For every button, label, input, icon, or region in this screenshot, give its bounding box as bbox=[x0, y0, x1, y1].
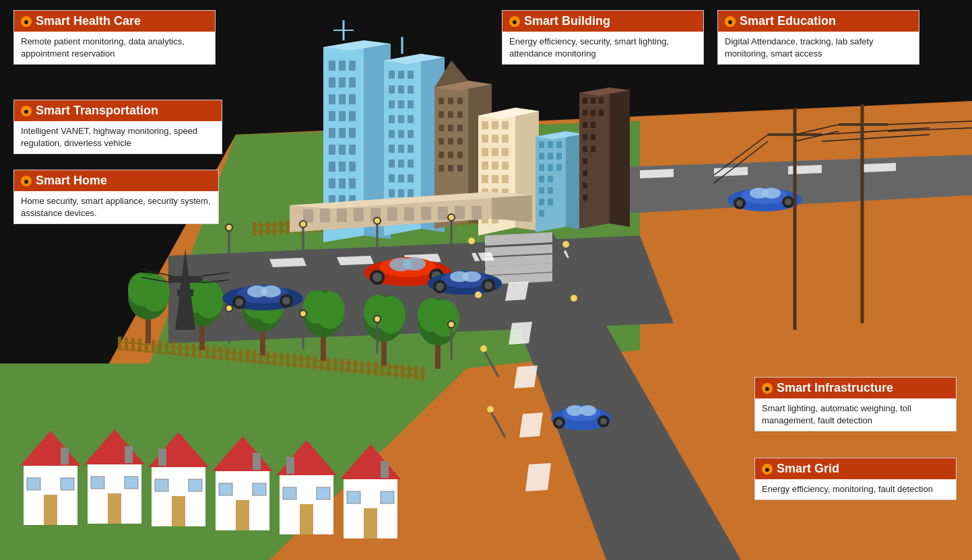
svg-rect-230 bbox=[492, 135, 498, 143]
card-infrastructure-title: Smart Infrastructure bbox=[755, 378, 956, 398]
svg-rect-105 bbox=[401, 365, 404, 378]
svg-rect-410 bbox=[219, 483, 232, 495]
svg-rect-227 bbox=[492, 121, 498, 129]
svg-rect-196 bbox=[408, 174, 414, 182]
svg-rect-263 bbox=[539, 187, 544, 194]
svg-rect-198 bbox=[398, 189, 404, 197]
svg-rect-97 bbox=[347, 359, 350, 373]
svg-rect-403 bbox=[172, 496, 185, 526]
svg-rect-96 bbox=[340, 359, 344, 372]
svg-rect-149 bbox=[349, 111, 356, 121]
svg-point-338 bbox=[556, 419, 562, 426]
svg-point-336 bbox=[580, 405, 596, 416]
svg-rect-416 bbox=[283, 487, 296, 499]
svg-rect-27 bbox=[259, 222, 263, 236]
svg-rect-298 bbox=[438, 207, 448, 220]
svg-rect-99 bbox=[360, 361, 364, 374]
svg-marker-15 bbox=[525, 463, 551, 491]
svg-rect-256 bbox=[548, 153, 553, 160]
svg-rect-158 bbox=[349, 162, 356, 172]
svg-rect-179 bbox=[389, 100, 395, 108]
smart-infrastructure-card: Smart Infrastructure Smart lighting, aut… bbox=[754, 377, 957, 431]
svg-rect-272 bbox=[591, 98, 595, 104]
svg-rect-161 bbox=[349, 178, 356, 188]
svg-rect-398 bbox=[91, 477, 104, 489]
svg-rect-280 bbox=[591, 134, 595, 140]
svg-point-368 bbox=[571, 295, 577, 302]
svg-rect-215 bbox=[448, 138, 453, 145]
svg-rect-266 bbox=[548, 199, 553, 205]
svg-rect-150 bbox=[329, 128, 335, 138]
svg-rect-180 bbox=[398, 100, 404, 108]
svg-rect-300 bbox=[472, 206, 482, 219]
svg-marker-13 bbox=[514, 365, 538, 388]
svg-rect-95 bbox=[333, 358, 337, 372]
svg-rect-191 bbox=[389, 160, 395, 168]
svg-rect-28 bbox=[266, 221, 269, 235]
svg-marker-14 bbox=[519, 413, 543, 438]
svg-rect-235 bbox=[482, 162, 488, 170]
svg-rect-139 bbox=[339, 61, 346, 71]
svg-point-360 bbox=[475, 291, 482, 298]
svg-rect-237 bbox=[502, 162, 509, 170]
svg-rect-214 bbox=[439, 138, 444, 145]
svg-rect-279 bbox=[583, 134, 587, 140]
svg-rect-264 bbox=[548, 187, 553, 194]
svg-point-304 bbox=[261, 285, 281, 298]
smart-health-care-card: Smart Health Care Remote patient monitor… bbox=[13, 10, 216, 65]
svg-rect-151 bbox=[339, 128, 346, 138]
svg-point-362 bbox=[480, 345, 487, 352]
svg-rect-284 bbox=[583, 170, 587, 176]
svg-rect-412 bbox=[253, 453, 261, 470]
svg-rect-210 bbox=[457, 111, 463, 118]
svg-rect-391 bbox=[44, 495, 57, 525]
svg-point-320 bbox=[462, 271, 481, 282]
svg-rect-174 bbox=[398, 71, 404, 79]
svg-rect-211 bbox=[439, 125, 444, 131]
svg-point-306 bbox=[235, 298, 243, 306]
smart-transport-card: Smart Transportation Intelligent VANET, … bbox=[13, 100, 222, 154]
svg-rect-231 bbox=[502, 135, 509, 143]
svg-rect-415 bbox=[300, 504, 313, 534]
svg-rect-409 bbox=[236, 500, 249, 530]
svg-rect-103 bbox=[387, 363, 391, 377]
svg-marker-5 bbox=[269, 258, 306, 267]
smart-education-card: Smart Education Digital Attendance, trac… bbox=[717, 10, 919, 65]
svg-rect-106 bbox=[408, 365, 411, 379]
svg-rect-285 bbox=[583, 182, 587, 188]
svg-rect-265 bbox=[539, 199, 544, 205]
card-transport-body: Intelligent VANET, highway monitoring, s… bbox=[14, 121, 222, 153]
svg-rect-282 bbox=[591, 146, 595, 152]
svg-rect-411 bbox=[253, 483, 266, 495]
svg-rect-297 bbox=[421, 207, 431, 220]
svg-rect-156 bbox=[329, 162, 335, 172]
svg-point-324 bbox=[484, 281, 492, 289]
svg-rect-260 bbox=[556, 164, 562, 171]
svg-rect-194 bbox=[389, 174, 395, 182]
svg-marker-25 bbox=[862, 163, 896, 172]
svg-rect-392 bbox=[27, 478, 40, 490]
svg-rect-404 bbox=[155, 479, 168, 491]
svg-rect-219 bbox=[457, 151, 463, 158]
svg-rect-192 bbox=[398, 160, 404, 168]
svg-marker-370 bbox=[179, 303, 192, 310]
svg-rect-239 bbox=[492, 175, 498, 183]
svg-rect-400 bbox=[125, 446, 133, 463]
svg-point-364 bbox=[487, 406, 494, 413]
svg-rect-228 bbox=[502, 121, 509, 129]
svg-rect-424 bbox=[381, 461, 389, 478]
svg-rect-176 bbox=[389, 85, 395, 94]
svg-rect-397 bbox=[108, 493, 121, 524]
card-home-title: Smart Home bbox=[14, 170, 218, 191]
svg-marker-6 bbox=[337, 256, 374, 265]
svg-rect-208 bbox=[439, 111, 444, 118]
card-building-body: Energy efficiency, security, smart light… bbox=[503, 32, 703, 64]
svg-rect-218 bbox=[448, 151, 453, 158]
svg-rect-199 bbox=[408, 189, 414, 197]
svg-point-342 bbox=[226, 224, 232, 231]
svg-point-312 bbox=[403, 257, 426, 271]
svg-marker-371 bbox=[177, 289, 193, 296]
svg-rect-418 bbox=[286, 457, 294, 474]
svg-rect-232 bbox=[482, 148, 488, 156]
svg-rect-253 bbox=[548, 141, 553, 148]
